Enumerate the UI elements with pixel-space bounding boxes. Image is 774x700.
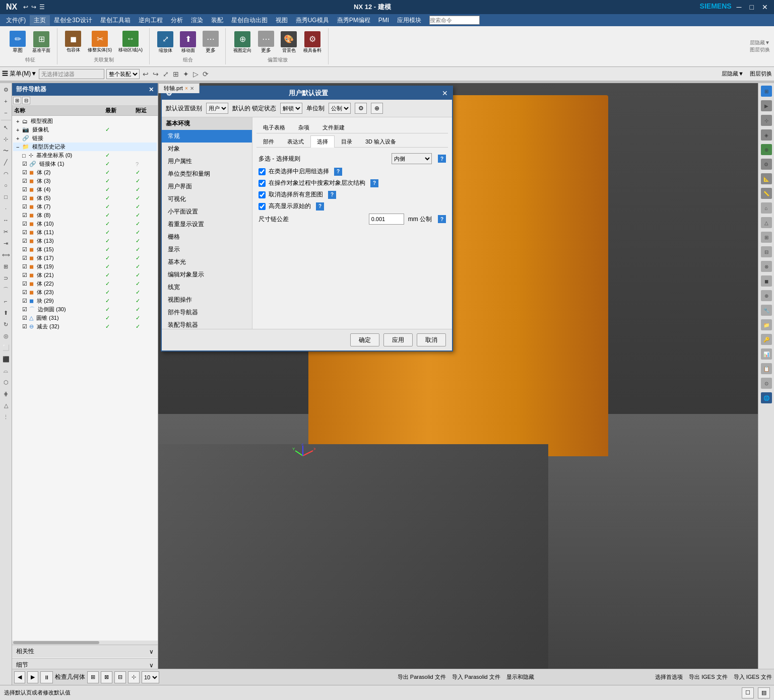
toolbar-icon-4[interactable]: ⊞ — [172, 70, 180, 78]
action-fwd[interactable]: ▶ — [27, 671, 38, 683]
tree-edge30[interactable]: ☑⌒边倒圆 (30) ✓✓ — [13, 305, 157, 314]
lt-btn-draft[interactable]: △ — [1, 400, 12, 411]
menu-assembly[interactable]: 装配 — [207, 15, 227, 26]
cb-highlight-help[interactable]: ? — [316, 202, 324, 211]
rt-btn-1[interactable]: ⊞ — [759, 84, 773, 98]
import-parasolid-label[interactable]: 导入 Parasolid 文件 — [452, 673, 500, 681]
parts-scrollbar-h[interactable] — [12, 641, 158, 645]
tree-body17[interactable]: ☑◼体 (17) ✓✓ — [13, 254, 157, 262]
tree-body11[interactable]: ☑◼体 (11) ✓✓ — [13, 228, 157, 237]
ribbon-box-btn[interactable]: ◼ 包容体 — [62, 29, 84, 55]
lock-select[interactable]: 解锁 — [280, 103, 302, 114]
menu-icon[interactable]: ☰ — [39, 4, 45, 11]
export-iges-label[interactable]: 导出 IGES 文件 — [689, 673, 727, 681]
parts-toolbar-btn1[interactable]: ⊞ — [13, 97, 21, 104]
ribbon-vieworient-btn[interactable]: ⊕ 视图定向 — [231, 30, 254, 55]
ribbon-scale-btn[interactable]: ⤢ 缩放体 — [155, 30, 176, 55]
nav-item-visual[interactable]: 可视化 — [162, 193, 252, 205]
tree-body22[interactable]: ☑◼体 (22) ✓✓ — [13, 279, 157, 288]
export-parasolid-label[interactable]: 导出 Parasolid 文件 — [398, 673, 446, 681]
step-select[interactable]: 10 — [142, 671, 159, 683]
lt-btn-offset[interactable]: ⊃ — [1, 272, 12, 284]
file-tab[interactable]: 转轴.prt × ✕ — [158, 83, 200, 93]
file-tab-close[interactable]: ✕ — [190, 86, 194, 91]
maximize-btn[interactable]: □ — [747, 2, 757, 12]
layer-switch-btn2[interactable]: 图层切换 — [750, 70, 772, 78]
tree-body5[interactable]: ☑◼体 (5) ✓✓ — [13, 194, 157, 202]
action-back[interactable]: ◀ — [14, 671, 25, 683]
status-btn2[interactable]: ▤ — [758, 687, 770, 698]
ribbon-datum-btn[interactable]: ⊞ 基准平面 — [30, 30, 53, 55]
lt-btn-dim[interactable]: ↔ — [1, 215, 12, 226]
nav-item-viewop[interactable]: 视图操作 — [162, 294, 252, 306]
rt-btn-7[interactable]: 📐 — [759, 172, 773, 186]
rt-btn-16[interactable]: 🔧 — [759, 303, 773, 317]
tab-filenew[interactable]: 文件新建 — [316, 121, 351, 133]
menu-render[interactable]: 渲染 — [187, 15, 207, 26]
cb-search-obj[interactable] — [259, 180, 266, 187]
parts-tree-scroll[interactable]: +🗂模型视图 +📷摄像机 ✓ +🔗链接 −📁模型历史记录 — [12, 116, 158, 641]
settings-icon-btn1[interactable]: ⚙ — [355, 103, 367, 114]
nav-item-units[interactable]: 单位类型和量纲 — [162, 168, 252, 180]
unit-select[interactable]: 公制 — [329, 103, 351, 114]
tree-body21[interactable]: ☑◼体 (21) ✓✓ — [13, 271, 157, 279]
lt-btn-pattern[interactable]: ⊞ — [1, 261, 12, 272]
nav-item-facet[interactable]: 小平面设置 — [162, 205, 252, 218]
rt-btn-10[interactable]: △ — [759, 216, 773, 230]
lt-btn-more[interactable]: ⋮ — [1, 411, 12, 423]
lt-btn-point[interactable]: · — [1, 203, 12, 214]
minimize-btn[interactable]: ─ — [734, 2, 745, 12]
menu-app[interactable]: 应用模块 — [393, 15, 425, 26]
lt-btn-rect[interactable]: □ — [1, 191, 12, 202]
lt-btn-2[interactable]: + — [1, 96, 12, 107]
layers-btn[interactable]: 层隐藏▼ — [750, 39, 770, 46]
menu-view[interactable]: 视图 — [272, 15, 292, 26]
tree-body3[interactable]: ☑◼体 (3) ✓✓ — [13, 177, 157, 185]
rt-btn-2[interactable]: ▶ — [759, 99, 773, 113]
tab-spreadsheet[interactable]: 电子表格 — [256, 121, 292, 133]
menu-ug[interactable]: 燕秀UG模具 — [292, 15, 333, 26]
nav-item-display[interactable]: 显示 — [162, 243, 252, 256]
lt-btn-extrude[interactable]: ⬆ — [1, 307, 12, 318]
show-hide-label[interactable]: 显示和隐藏 — [506, 673, 534, 681]
menu-toggle[interactable]: ☰ 菜单(M)▼ — [2, 69, 37, 78]
rt-btn-19[interactable]: 📊 — [759, 347, 773, 361]
menu-reverse[interactable]: 逆向工程 — [135, 15, 167, 26]
lt-btn-blend[interactable]: ⌓ — [1, 365, 12, 376]
ribbon-sketch-btn[interactable]: ✏ 草图 — [7, 29, 28, 55]
parts-panel-close[interactable]: ✕ — [149, 86, 154, 93]
lt-btn-shell[interactable]: ⬡ — [1, 377, 12, 388]
toolbar-icon-7[interactable]: ⟳ — [202, 70, 210, 78]
cb-highlight[interactable] — [259, 203, 266, 210]
ribbon-moveface-btn[interactable]: ⬆ 移动面 — [177, 30, 199, 55]
nav-item-ui[interactable]: 用户界面 — [162, 180, 252, 193]
status-btn1[interactable]: ☐ — [742, 687, 754, 698]
ribbon-trim-btn[interactable]: ✂ 修整实体(S) — [85, 29, 114, 55]
rt-btn-20[interactable]: 📋 — [759, 362, 773, 376]
lt-btn-arc[interactable]: ◠ — [1, 168, 12, 179]
tab-part[interactable]: 部件 — [256, 135, 281, 148]
viewport[interactable]: 转轴.prt × ✕ X Y Z — [158, 83, 758, 685]
settings-level-select[interactable]: 用户 — [206, 103, 228, 114]
nav-item-light[interactable]: 基本光 — [162, 256, 252, 268]
menu-3d[interactable]: 星创全3D设计 — [50, 15, 96, 26]
cb-search-obj-help[interactable]: ? — [370, 179, 378, 187]
menu-analysis[interactable]: 分析 — [167, 15, 187, 26]
tab-selection[interactable]: 选择 — [310, 135, 335, 148]
lt-btn-extend[interactable]: ⇥ — [1, 238, 12, 249]
menu-pm[interactable]: 燕秀PM编程 — [333, 15, 374, 26]
cb-deselect-help[interactable]: ? — [328, 191, 336, 199]
rt-btn-3[interactable]: ⊹ — [759, 113, 773, 127]
tree-datum[interactable]: □⊹基准坐标系 (0) ✓ — [13, 151, 157, 160]
nav-item-grid[interactable]: 栅格 — [162, 231, 252, 243]
ribbon-more2-btn[interactable]: ⋯ 更多 — [255, 29, 277, 55]
filter-input[interactable] — [39, 69, 104, 79]
cb-group-select[interactable] — [259, 168, 266, 175]
selection-rule-help[interactable]: ? — [438, 155, 446, 163]
rt-btn-8[interactable]: 📏 — [759, 186, 773, 200]
rt-btn-4[interactable]: ◈ — [759, 128, 773, 142]
undo-btn[interactable]: ↩ — [23, 4, 28, 11]
tree-history[interactable]: −📁模型历史记录 — [13, 143, 157, 151]
rt-btn-22[interactable]: 🌐 — [759, 391, 773, 405]
lt-btn-line[interactable]: ╱ — [1, 157, 12, 168]
